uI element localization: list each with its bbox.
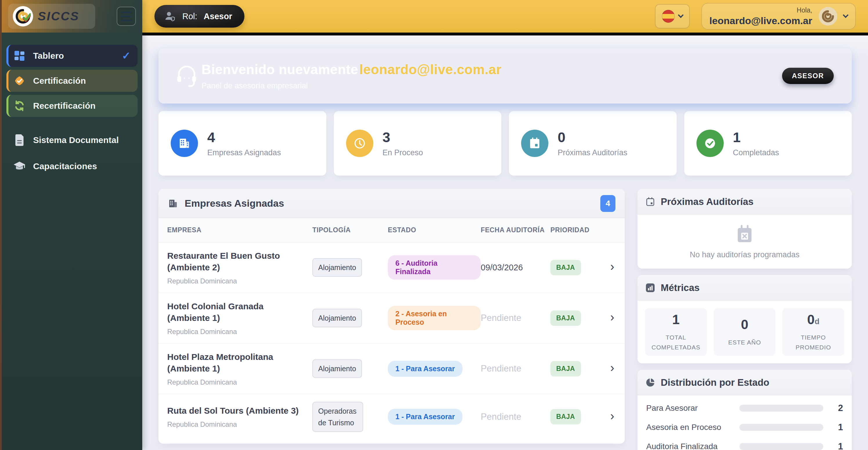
spain-flag-icon xyxy=(662,10,675,23)
col-empresa: EMPRESA xyxy=(167,225,312,235)
role-badge: ASESOR xyxy=(782,68,834,84)
language-selector[interactable] xyxy=(655,4,690,28)
sidebar-item-label: Recertificación xyxy=(33,101,95,111)
user-menu[interactable]: Hola, leonardo@live.com.ar xyxy=(701,3,856,30)
stat-value: 0 xyxy=(558,129,627,145)
metric-total-completadas: 1 TOTAL COMPLETADAS xyxy=(645,308,707,356)
role-value: Asesor xyxy=(204,11,232,21)
table-row[interactable]: Hotel Colonial Granada (Ambiente 1) Repu… xyxy=(158,293,625,344)
empresa-name: Hotel Plaza Metropolitana (Ambiente 1) xyxy=(167,351,312,375)
table-column-headers: EMPRESA TIPOLOGÍA ESTADO FECHA AUDITORÍA… xyxy=(158,218,625,243)
progress-bar xyxy=(739,424,823,431)
calendar-x-icon xyxy=(735,224,754,244)
stat-card-empresas[interactable]: 4 Empresas Asignadas xyxy=(158,111,326,176)
table-row[interactable]: Ruta del Sol Tours (Ambiente 3) Republic… xyxy=(158,394,625,444)
chevron-right-icon[interactable]: › xyxy=(610,311,614,325)
user-email: leonardo@live.com.ar xyxy=(710,15,812,26)
distribution-row: Auditoria Finalizada 1 xyxy=(646,441,843,450)
calendar-icon xyxy=(521,130,548,157)
main-area: Rol: Asesor Hola, leonardo@live.com.ar xyxy=(142,0,868,450)
menu-toggle-button[interactable] xyxy=(117,7,136,26)
empresa-name: Ruta del Sol Tours (Ambiente 3) xyxy=(167,405,312,417)
tipologia-chip: Alojamiento xyxy=(312,309,362,327)
check-icon: ✓ xyxy=(122,50,131,62)
auditorias-empty-state: No hay auditorías programadas xyxy=(638,215,852,269)
estado-chip: 1 - Para Asesorar xyxy=(388,409,462,425)
stat-label: Empresas Asignadas xyxy=(207,148,281,157)
fecha-auditoria: Pendiente xyxy=(481,313,550,323)
progress-bar xyxy=(739,443,823,450)
proximas-auditorias-panel: Próximas Auditorías xyxy=(638,189,852,269)
chevron-down-icon xyxy=(678,12,684,18)
dist-value: 1 xyxy=(831,422,843,432)
check-circle-icon xyxy=(696,130,724,157)
role-label: Rol: xyxy=(182,11,197,21)
metric-tiempo-promedio: 0d TIEMPO PROMEDIO xyxy=(782,308,844,356)
pie-chart-icon xyxy=(646,378,655,387)
sidebar-item-recertificacion[interactable]: Recertificación xyxy=(6,95,137,117)
table-row[interactable]: Restaurante El Buen Gusto (Ambiente 2) R… xyxy=(158,243,625,293)
chevron-down-icon xyxy=(843,12,848,18)
sidebar-item-label: Certificación xyxy=(33,76,86,86)
col-prioridad: PRIORIDAD xyxy=(550,225,600,235)
sidebar-item-sistema-documental[interactable]: Sistema Documental xyxy=(6,131,137,149)
badge-check-icon xyxy=(13,75,26,87)
panel-title: Próximas Auditorías xyxy=(661,196,754,207)
banner-email: leonardo@live.com.ar xyxy=(360,62,501,77)
chevron-right-icon[interactable]: › xyxy=(610,410,614,424)
dist-value: 2 xyxy=(831,403,843,413)
prioridad-chip: BAJA xyxy=(550,260,581,275)
avatar xyxy=(819,7,837,26)
chevron-right-icon[interactable]: › xyxy=(610,362,614,375)
empresa-country: Republica Dominicana xyxy=(167,277,312,285)
fecha-auditoria: Pendiente xyxy=(481,412,550,422)
bar-chart-icon xyxy=(646,283,655,292)
topbar-right: Hola, leonardo@live.com.ar xyxy=(655,3,856,30)
app-logo[interactable]: SICCS xyxy=(8,4,95,29)
metric-suffix: d xyxy=(814,317,819,326)
stat-value: 4 xyxy=(207,129,281,145)
banner-title: Bienvenido nuevamente xyxy=(202,62,358,77)
topbar: Rol: Asesor Hola, leonardo@live.com.ar xyxy=(142,0,868,33)
metric-label: TIEMPO PROMEDIO xyxy=(785,333,842,352)
empty-state-text: No hay auditorías programadas xyxy=(690,250,800,259)
col-fecha: FECHA AUDITORÍA xyxy=(481,225,550,235)
panel-title: Métricas xyxy=(661,282,700,293)
metric-este-ano: 0 ESTE AÑO xyxy=(714,308,776,356)
dist-label: Auditoria Finalizada xyxy=(646,442,732,450)
sidebar-item-tablero[interactable]: Tablero ✓ xyxy=(6,45,137,67)
distribution-row: Asesoria en Proceso 1 xyxy=(646,422,843,432)
spiral-logo-icon xyxy=(13,6,33,26)
dist-label: Asesoria en Proceso xyxy=(646,423,732,432)
table-count-badge: 4 xyxy=(600,195,615,212)
graduation-cap-icon xyxy=(13,160,26,172)
metrics-grid: 1 TOTAL COMPLETADAS 0 ESTE AÑO 0d TIEMPO… xyxy=(638,301,852,363)
tipologia-chip: Alojamiento xyxy=(312,258,362,277)
panel-title: Distribución por Estado xyxy=(661,377,769,388)
app-name: SICCS xyxy=(38,9,79,23)
stat-value: 1 xyxy=(733,129,779,145)
empresa-country: Republica Dominicana xyxy=(167,420,312,428)
stat-cards: 4 Empresas Asignadas 3 En Proceso xyxy=(158,111,852,176)
table-row[interactable]: Hotel Plaza Metropolitana (Ambiente 1) R… xyxy=(158,344,625,394)
metric-value: 0 xyxy=(807,312,815,327)
user-shield-icon xyxy=(164,10,176,22)
sidebar-item-certificacion[interactable]: Certificación xyxy=(6,70,137,92)
progress-bar xyxy=(739,405,823,412)
stat-card-completadas[interactable]: 1 Completadas xyxy=(684,111,852,176)
banner-subtitle: Panel de asesoría empresarial xyxy=(202,81,502,90)
chevron-right-icon[interactable]: › xyxy=(610,260,614,274)
stat-card-proximas-auditorias[interactable]: 0 Próximas Auditorías xyxy=(509,111,677,176)
estado-chip: 1 - Para Asesorar xyxy=(388,361,462,377)
sidebar-item-capacitaciones[interactable]: Capacitaciones xyxy=(6,157,137,176)
fecha-auditoria: Pendiente xyxy=(481,363,550,374)
metric-label: TOTAL COMPLETADAS xyxy=(647,333,705,352)
role-pill[interactable]: Rol: Asesor xyxy=(154,5,244,28)
dist-value: 1 xyxy=(831,441,843,450)
fecha-auditoria: 09/03/2026 xyxy=(481,263,550,272)
stat-card-en-proceso[interactable]: 3 En Proceso xyxy=(334,111,502,176)
stat-value: 3 xyxy=(383,129,423,145)
prioridad-chip: BAJA xyxy=(550,361,581,376)
prioridad-chip: BAJA xyxy=(550,310,581,326)
content: Bienvenido nuevamente leonardo@live.com.… xyxy=(142,35,868,450)
